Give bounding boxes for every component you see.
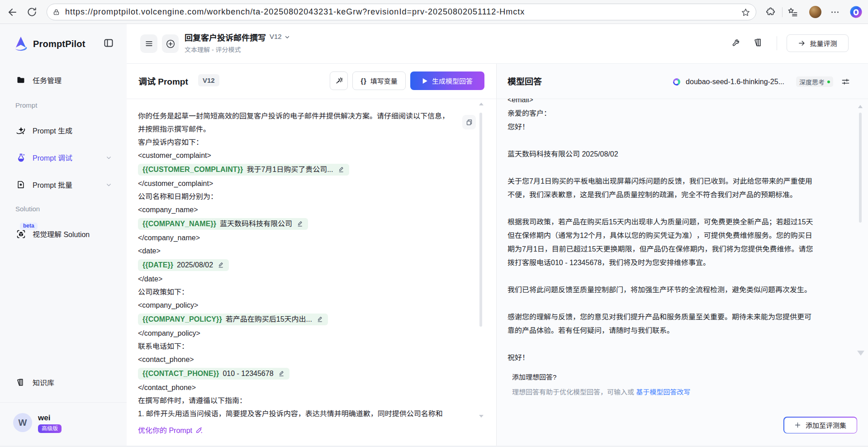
prompt-scrollbar-up-arrow[interactable] (479, 103, 484, 105)
prompt-line[interactable]: 在撰写邮件时，请遵循以下指南： (138, 394, 482, 407)
answer-line (508, 134, 859, 147)
rewrite-from-answer-link[interactable]: 基于模型回答改写 (636, 388, 690, 396)
favorite-star-icon[interactable] (741, 8, 750, 17)
prompt-line[interactable]: 客户投诉内容如下： (138, 136, 482, 149)
variable-value: 010 - 12345678 (223, 367, 273, 380)
prompt-line[interactable]: <company_policy> (138, 299, 482, 312)
back-arrow-icon (7, 7, 18, 18)
user-profile[interactable]: W wei 高级版 (13, 413, 122, 432)
prompt-editor[interactable]: 你的任务是起草一封简短高效的回复客户投诉的电子邮件并提供解决方案。请仔细阅读以下… (138, 109, 482, 420)
prompt-line-text: 客户投诉内容如下： (138, 138, 203, 146)
prompt-line[interactable]: {{CUSTOMER_COMPLAINT}} 我于7月1日购买了贵公司... (138, 162, 482, 177)
add-to-evalset-inner: 添加至评测集 (784, 418, 857, 433)
variable-pill[interactable]: {{CUSTOMER_COMPLAINT}} 我于7月1日购买了贵公司... (138, 164, 349, 176)
header-separator (777, 36, 777, 50)
browser-menu-button[interactable] (830, 7, 841, 18)
sparkle-wand-icon (335, 76, 343, 85)
edit-pencil-icon[interactable] (317, 316, 323, 323)
model-name[interactable]: doubao-seed-1.6-thinking-25... (686, 78, 784, 86)
books-icon (16, 378, 25, 387)
new-task-button[interactable] (162, 34, 179, 53)
brand-row: PromptPilot (14, 34, 115, 53)
variable-pill[interactable]: {{COMPANY_NAME}} 蓝天数码科技有限公司 (138, 218, 308, 230)
prompt-line[interactable]: </company_policy> (138, 327, 482, 340)
browser-extensions-button[interactable] (766, 7, 777, 18)
sidebar-item-prompt-debug[interactable]: Prompt 调试 (0, 148, 127, 166)
prompt-line[interactable]: </company_name> (138, 231, 482, 244)
tools-button[interactable] (732, 38, 741, 47)
prompt-scrollbar-down-arrow[interactable] (479, 415, 484, 418)
url-text: https://promptpilot.volcengine.com/workb… (65, 7, 525, 17)
prompt-line[interactable]: {{CONTACT_PHONE}} 010 - 12345678 (138, 366, 482, 381)
prompt-line[interactable]: <customer_complaint> (138, 149, 482, 162)
prompt-line-text: <company_name> (138, 206, 198, 214)
sidebar-item-prompt-generate[interactable]: Prompt 生成 (0, 121, 127, 139)
prompt-line[interactable]: </date> (138, 272, 482, 285)
task-menu-button[interactable] (140, 34, 157, 53)
sidebar: PromptPilot 任务管理 Prompt Prompt 生成 (0, 24, 127, 446)
answer-line: <email> (508, 99, 859, 107)
copy-prompt-button[interactable] (462, 115, 476, 129)
variable-pill[interactable]: {{COMPANY_POLICY}} 若产品在购买后15天内出... (138, 314, 328, 325)
answer-scrollbar-thumb[interactable] (859, 113, 862, 223)
prompt-line[interactable]: 你的任务是起草一封简短高效的回复客户投诉的电子邮件并提供解决方案。请仔细阅读以下… (138, 109, 482, 123)
browser-back-button[interactable] (7, 7, 18, 18)
prompt-line[interactable]: 公司政策如下： (138, 285, 482, 299)
sidebar-item-vision-solution[interactable]: 视觉理解 Solution (0, 225, 127, 243)
prompt-line[interactable]: <contact_phone> (138, 353, 482, 366)
add-to-evalset-label: 添加至评测集 (806, 420, 846, 430)
edit-pencil-icon[interactable] (297, 220, 304, 227)
library-button[interactable] (753, 38, 763, 48)
prompt-line[interactable]: 公司名称和日期分别为： (138, 190, 482, 203)
brand-name: PromptPilot (33, 39, 85, 49)
sidebar-item-knowledge-base[interactable]: 知识库 (0, 373, 127, 391)
task-title: 回复客户投诉邮件撰写 (185, 31, 266, 43)
sidebar-item-task-management[interactable]: 任务管理 (0, 71, 127, 89)
model-settings-sliders-icon[interactable] (841, 77, 850, 86)
edit-pencil-icon[interactable] (218, 262, 224, 268)
app-root: https://promptpilot.volcengine.com/workb… (0, 0, 868, 447)
address-bar[interactable]: https://promptpilot.volcengine.com/workb… (47, 4, 756, 20)
variable-pill[interactable]: {{CONTACT_PHONE}} 010 - 12345678 (138, 368, 289, 380)
prompt-line-text: </date> (138, 275, 162, 283)
optimize-prompt-link[interactable]: 优化你的 Prompt (138, 424, 203, 435)
sidebar-item-label: Prompt 调试 (33, 152, 72, 163)
chevron-down-icon (106, 155, 112, 161)
prompt-scrollbar-thumb[interactable] (479, 113, 482, 327)
browser-favorites-button[interactable] (787, 7, 798, 18)
sidebar-collapse-button[interactable] (103, 38, 114, 48)
prompt-line[interactable]: 1. 邮件开头用适当问候语，简要提及客户投诉内容，表达共情并明确道歉，同时提供公… (138, 407, 482, 420)
prompt-line[interactable]: {{COMPANY_POLICY}} 若产品在购买后15天内出... (138, 312, 482, 327)
braces-icon: {} (360, 77, 367, 85)
browser-reload-button[interactable] (27, 7, 38, 18)
fill-variables-button[interactable]: {} 填写变量 (352, 71, 406, 90)
variable-pill[interactable]: {{DATE}} 2025/08/02 (138, 259, 229, 271)
folder-icon (16, 76, 25, 85)
prompt-line[interactable]: {{DATE}} 2025/08/02 (138, 257, 482, 272)
edit-pencil-icon[interactable] (278, 370, 285, 377)
prompt-debug-panel: 调试 Prompt V12 {} 填写变量 生成模型回答 你的任务是起草一封简短… (127, 64, 496, 446)
batch-eval-button[interactable]: 批量评测 (787, 34, 849, 52)
answer-scrollbar-up-arrow[interactable] (858, 105, 863, 108)
generate-answer-button[interactable]: 生成模型回答 (410, 71, 484, 90)
prompt-line[interactable]: </contact_phone> (138, 381, 482, 394)
copilot-button[interactable] (850, 6, 862, 18)
prompt-line[interactable]: 联系电话如下： (138, 340, 482, 353)
prompt-line-text: </customer_complaint> (138, 180, 213, 187)
play-icon (422, 78, 428, 84)
deep-thinking-badge[interactable]: 深度思考 (796, 76, 833, 87)
prompt-line[interactable]: <date> (138, 244, 482, 257)
prompt-line[interactable]: {{COMPANY_NAME}} 蓝天数码科技有限公司 (138, 216, 482, 231)
prompt-line[interactable]: 并按照指示撰写邮件。 (138, 123, 482, 136)
edit-pencil-icon[interactable] (338, 166, 345, 173)
ideal-answer-block: 添加理想回答? 理想回答有助于优化模型回答，可输入或 基于模型回答改写 (512, 372, 556, 381)
sidebar-item-prompt-batch[interactable]: Prompt 批量 (0, 176, 127, 194)
browser-profile-avatar[interactable] (809, 6, 821, 18)
answer-scrollbar-down-arrow[interactable] (857, 351, 864, 356)
prompt-line[interactable]: <company_name> (138, 203, 482, 216)
add-to-evalset-button[interactable]: 添加至评测集 (783, 417, 857, 433)
prompt-line-text: <company_policy> (138, 301, 198, 309)
version-selector[interactable]: V12 (270, 33, 290, 40)
prompt-line[interactable]: </customer_complaint> (138, 177, 482, 190)
magic-generate-button[interactable] (330, 71, 348, 90)
